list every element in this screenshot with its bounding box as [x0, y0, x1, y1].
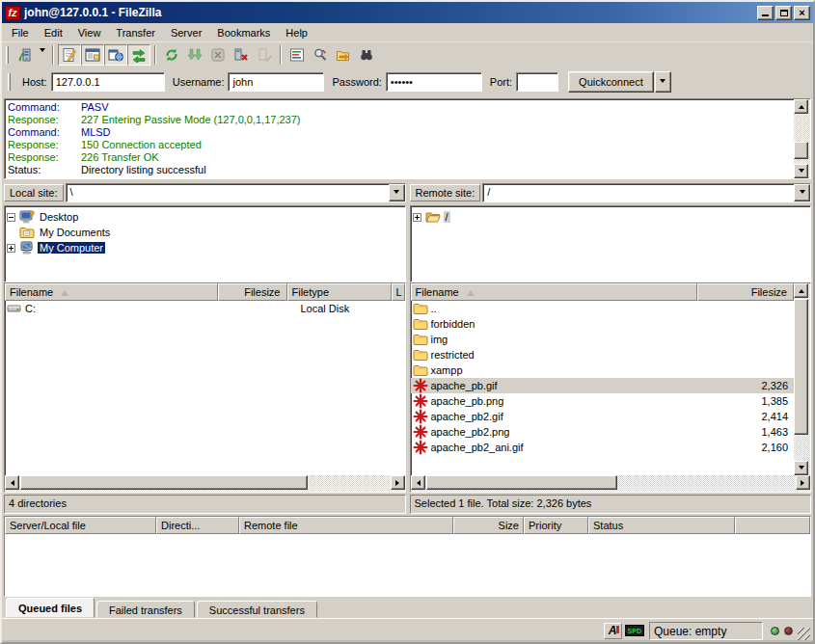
- menu-help[interactable]: Help: [278, 25, 315, 40]
- folder-row[interactable]: ..: [411, 301, 795, 316]
- toggle-local-tree-button[interactable]: [81, 44, 104, 66]
- remote-site-dropdown[interactable]: [794, 184, 810, 201]
- speed-limit-indicator-icon[interactable]: SPD: [625, 625, 644, 636]
- password-input[interactable]: [386, 72, 482, 92]
- scroll-thumb[interactable]: [426, 475, 618, 490]
- collapse-expander-icon[interactable]: [7, 213, 15, 222]
- column-direction[interactable]: Directi...: [156, 517, 239, 534]
- remote-vertical-scrollbar[interactable]: [794, 283, 810, 475]
- local-site-path: \: [67, 184, 389, 201]
- cancel-button[interactable]: [206, 44, 230, 66]
- menu-transfer[interactable]: Transfer: [108, 25, 163, 40]
- quickconnect-button[interactable]: Quickconnect: [568, 71, 654, 93]
- scroll-up-button[interactable]: [794, 99, 808, 114]
- tree-item-my-computer[interactable]: My Computer: [7, 240, 403, 255]
- tree-item-my-documents[interactable]: My Documents: [7, 225, 403, 240]
- toggle-transfer-queue-button[interactable]: [127, 44, 150, 66]
- remote-horizontal-scrollbar[interactable]: [411, 475, 811, 492]
- column-remote-file[interactable]: Remote file: [239, 517, 453, 534]
- reconnect-button[interactable]: [253, 44, 276, 66]
- filter-button[interactable]: [309, 44, 332, 66]
- process-queue-button[interactable]: [183, 44, 206, 66]
- file-row-selected[interactable]: apache_pb.gif 2,326: [411, 378, 795, 393]
- menu-view[interactable]: View: [70, 25, 109, 40]
- filter-icon: [312, 47, 328, 63]
- column-last-modified[interactable]: L: [392, 283, 405, 301]
- disconnect-button[interactable]: [230, 44, 253, 66]
- scroll-thumb[interactable]: [20, 475, 308, 490]
- scroll-down-button[interactable]: [794, 461, 808, 475]
- remote-tree: /: [410, 205, 812, 282]
- file-size: 2,326: [697, 380, 794, 391]
- local-site-dropdown[interactable]: [389, 184, 405, 201]
- folder-row[interactable]: forbidden: [411, 316, 795, 332]
- resize-grip[interactable]: [798, 628, 810, 640]
- file-row[interactable]: apache_pb2_ani.gif 2,160: [411, 440, 795, 455]
- scroll-right-button[interactable]: [796, 475, 810, 490]
- tree-item-desktop[interactable]: Desktop: [7, 209, 403, 225]
- synchronized-browsing-button[interactable]: [332, 44, 355, 66]
- host-input[interactable]: [51, 72, 165, 92]
- log-scrollbar[interactable]: [794, 99, 810, 178]
- menu-bookmarks[interactable]: Bookmarks: [209, 25, 278, 40]
- scroll-down-button[interactable]: [794, 164, 808, 178]
- queue-body: [5, 534, 810, 596]
- scroll-left-button[interactable]: [411, 475, 425, 490]
- file-row[interactable]: apache_pb2.png 1,463: [411, 424, 795, 440]
- scroll-up-button[interactable]: [794, 283, 808, 298]
- column-status[interactable]: Status: [588, 517, 735, 534]
- find-files-button[interactable]: [355, 44, 378, 66]
- local-site-combo[interactable]: \: [66, 183, 406, 202]
- column-filename[interactable]: Filename: [5, 283, 218, 301]
- column-size[interactable]: Size: [453, 517, 524, 534]
- data-type-indicator-icon[interactable]: A: [604, 623, 622, 639]
- column-filename[interactable]: Filename: [411, 283, 698, 301]
- toggle-message-log-button[interactable]: [58, 44, 81, 66]
- port-label: Port:: [490, 76, 512, 88]
- username-input[interactable]: [228, 72, 324, 92]
- menu-edit[interactable]: Edit: [37, 25, 70, 40]
- close-button[interactable]: ×: [794, 6, 810, 20]
- folder-row[interactable]: restricted: [411, 347, 795, 362]
- file-row[interactable]: apache_pb2.gif 2,414: [411, 409, 795, 424]
- site-manager-dropdown[interactable]: [36, 44, 48, 66]
- remote-site-combo[interactable]: /: [482, 183, 811, 202]
- menu-file[interactable]: File: [4, 25, 37, 40]
- directory-comparison-button[interactable]: [285, 44, 309, 66]
- expand-expander-icon[interactable]: [413, 213, 421, 222]
- maximize-button[interactable]: [775, 6, 792, 20]
- refresh-button[interactable]: [160, 44, 183, 66]
- message-log-icon: [62, 47, 77, 63]
- folder-row[interactable]: xampp: [411, 362, 795, 378]
- port-input[interactable]: [516, 72, 558, 92]
- tree-item-label: My Documents: [38, 227, 112, 238]
- local-horizontal-scrollbar[interactable]: [5, 475, 405, 492]
- image-file-icon: [413, 378, 428, 393]
- scroll-thumb[interactable]: [794, 299, 808, 435]
- scroll-right-button[interactable]: [391, 475, 405, 490]
- tree-item-root[interactable]: /: [413, 209, 809, 225]
- maximize-icon: [780, 10, 788, 16]
- scroll-left-button[interactable]: [5, 475, 19, 490]
- file-row[interactable]: apache_pb.png 1,385: [411, 393, 795, 409]
- column-server-local-file[interactable]: Server/Local file: [5, 517, 156, 534]
- tab-failed-transfers[interactable]: Failed transfers: [96, 601, 195, 618]
- column-filesize[interactable]: Filesize: [218, 283, 287, 301]
- column-priority[interactable]: Priority: [524, 517, 588, 534]
- quickconnect-dropdown[interactable]: [655, 71, 671, 93]
- site-manager-button[interactable]: [13, 44, 36, 66]
- menu-server[interactable]: Server: [163, 25, 209, 40]
- tab-successful-transfers[interactable]: Successful transfers: [197, 601, 317, 618]
- tab-queued-files[interactable]: Queued files: [6, 598, 95, 618]
- folder-row[interactable]: img: [411, 332, 795, 347]
- sort-ascending-icon: [467, 286, 475, 296]
- file-row-c-drive[interactable]: C: Local Disk: [5, 301, 405, 316]
- column-filetype[interactable]: Filetype: [287, 283, 392, 301]
- column-filesize[interactable]: Filesize: [697, 283, 794, 301]
- file-name: xampp: [431, 364, 698, 376]
- toggle-remote-tree-button[interactable]: [104, 44, 127, 66]
- minimize-button[interactable]: [757, 6, 774, 20]
- scroll-thumb[interactable]: [794, 142, 808, 159]
- my-documents-folder-icon: [19, 225, 35, 240]
- expand-expander-icon[interactable]: [7, 244, 15, 253]
